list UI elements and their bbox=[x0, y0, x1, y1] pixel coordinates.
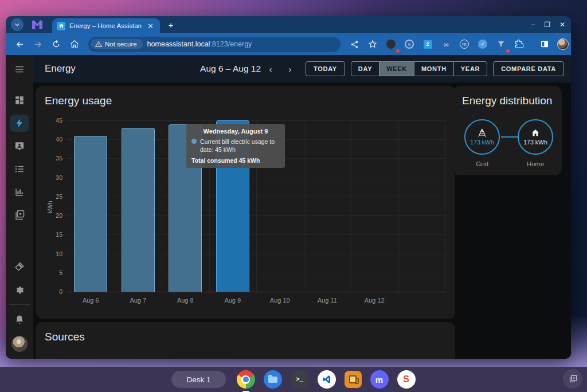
grid-node[interactable]: 173 kWh bbox=[464, 119, 500, 155]
minimize-button[interactable]: – bbox=[531, 21, 535, 29]
tab-close-button[interactable]: ✕ bbox=[146, 22, 155, 30]
hammer-icon bbox=[14, 261, 25, 272]
date-range: Aug 6 – Aug 12 bbox=[200, 64, 261, 74]
mastodon-app-icon[interactable]: m bbox=[370, 370, 389, 389]
screen-capture-button[interactable] bbox=[563, 369, 582, 389]
sidebar-item-map[interactable] bbox=[10, 138, 29, 155]
next-period-button[interactable]: › bbox=[280, 60, 300, 77]
view-year-button[interactable]: YEAR bbox=[453, 62, 487, 76]
sidebar-item-overview[interactable] bbox=[10, 92, 29, 109]
reload-button[interactable] bbox=[48, 36, 64, 52]
desk-button[interactable]: Desk 1 bbox=[171, 371, 225, 388]
x-tick-label: Aug 11 bbox=[318, 297, 337, 304]
chrome-app-icon[interactable] bbox=[237, 370, 255, 389]
forward-arrow-icon bbox=[33, 40, 43, 49]
gridline bbox=[351, 120, 351, 292]
today-button[interactable]: TODAY bbox=[306, 61, 345, 76]
not-secure-label: Not secure bbox=[105, 41, 137, 48]
back-arrow-icon bbox=[15, 40, 25, 49]
gear-icon bbox=[14, 284, 25, 295]
extension-icon[interactable]: m bbox=[456, 36, 472, 52]
gridline bbox=[445, 120, 446, 292]
active-tab[interactable]: Energy – Home Assistant ✕ bbox=[52, 18, 160, 33]
sidebar-item-logbook[interactable] bbox=[10, 160, 29, 178]
extension-2-icon: 2 bbox=[424, 40, 432, 49]
extensions-menu-button[interactable] bbox=[511, 36, 527, 52]
badge-dot bbox=[506, 49, 510, 53]
sidebar-item-settings[interactable] bbox=[10, 281, 29, 298]
sidebar-item-media[interactable] bbox=[10, 206, 29, 224]
extension-icon[interactable]: 2 bbox=[420, 36, 436, 52]
y-tick-label: 20 bbox=[56, 212, 62, 219]
energy-usage-card: Energy usage kWh 051015202530354045 Aug … bbox=[36, 86, 455, 319]
extension-icon[interactable] bbox=[383, 36, 399, 52]
y-tick-label: 35 bbox=[56, 155, 62, 162]
forward-button[interactable] bbox=[30, 36, 46, 52]
pinned-tab-favicon-icon bbox=[32, 20, 42, 29]
badge-dot bbox=[396, 49, 400, 53]
view-day-button[interactable]: DAY bbox=[351, 62, 379, 76]
y-tick-label: 40 bbox=[56, 136, 62, 143]
distribution-diagram: 173 kWh 173 kWh Grid Home bbox=[453, 119, 562, 165]
grid-value: 173 kWh bbox=[470, 139, 494, 146]
pinned-tab[interactable] bbox=[32, 19, 43, 30]
bar[interactable] bbox=[122, 128, 155, 292]
home-label: Home bbox=[518, 160, 553, 167]
extension-icon[interactable]: (a) bbox=[438, 36, 454, 52]
url-suffix: :8123/energy bbox=[210, 40, 252, 48]
share-button[interactable] bbox=[346, 36, 362, 52]
view-segmented: DAYWEEKMONTHYEAR bbox=[351, 61, 487, 76]
tab-search-button[interactable] bbox=[11, 18, 24, 31]
prev-period-button[interactable]: ‹ bbox=[261, 60, 280, 77]
not-secure-chip[interactable]: Not secure bbox=[91, 39, 143, 49]
sidebar-item-developer-tools[interactable] bbox=[10, 258, 29, 275]
url-text: homeassistant.local:8123/energy bbox=[147, 40, 252, 48]
dashboard-icon bbox=[14, 95, 25, 105]
hamburger-icon bbox=[14, 64, 25, 75]
new-tab-button[interactable]: + bbox=[165, 18, 177, 31]
user-avatar[interactable] bbox=[11, 336, 28, 352]
profile-button[interactable] bbox=[555, 36, 571, 52]
back-button[interactable] bbox=[11, 36, 28, 52]
browser-window: Energy – Home Assistant ✕ + – ❐ ✕ Not se… bbox=[6, 16, 571, 359]
bar[interactable] bbox=[74, 136, 107, 292]
address-bar[interactable]: Not secure homeassistant.local:8123/ener… bbox=[88, 37, 341, 52]
view-month-button[interactable]: MONTH bbox=[414, 62, 453, 76]
close-button[interactable]: ✕ bbox=[559, 21, 565, 29]
x-tick-label: Aug 8 bbox=[177, 297, 194, 304]
extension-m-icon: m bbox=[460, 40, 469, 49]
extension-icon[interactable]: ✓ bbox=[475, 36, 491, 52]
chevron-down-icon bbox=[14, 22, 20, 28]
tooltip-title: Wednesday, August 9 bbox=[191, 128, 280, 135]
gridline bbox=[398, 120, 399, 292]
y-tick-label: 30 bbox=[56, 174, 62, 181]
view-week-button[interactable]: WEEK bbox=[379, 62, 414, 76]
y-axis-label: kWh bbox=[46, 201, 53, 213]
sidebar-notifications[interactable] bbox=[10, 311, 29, 328]
ha-sidebar bbox=[6, 55, 33, 359]
terminal-app-icon[interactable]: >_ bbox=[291, 370, 309, 389]
reload-icon bbox=[52, 40, 61, 49]
star-icon bbox=[368, 40, 377, 49]
share-icon bbox=[350, 40, 359, 49]
home-node[interactable]: 173 kWh bbox=[518, 119, 553, 155]
y-tick-label: 0 bbox=[59, 288, 62, 295]
side-panel-button[interactable] bbox=[537, 36, 553, 52]
s-app-icon[interactable]: S bbox=[397, 370, 416, 389]
bookmark-button[interactable] bbox=[365, 36, 381, 52]
vscode-app-icon[interactable] bbox=[318, 370, 336, 389]
extension-icon[interactable] bbox=[493, 36, 509, 52]
y-tick-label: 45 bbox=[56, 117, 62, 124]
sidebar-item-history[interactable] bbox=[10, 183, 29, 201]
home-button[interactable] bbox=[66, 36, 83, 52]
sidebar-menu-button[interactable] bbox=[10, 61, 29, 78]
sidebar-item-energy[interactable] bbox=[10, 115, 29, 132]
beer-app-icon[interactable] bbox=[345, 371, 362, 388]
puzzle-icon bbox=[515, 40, 524, 49]
maximize-button[interactable]: ❐ bbox=[544, 21, 550, 29]
files-app-icon[interactable] bbox=[264, 370, 282, 389]
shelf: Desk 1 >_ m S bbox=[0, 367, 587, 392]
extension-icon[interactable]: e bbox=[401, 36, 417, 52]
chart-tooltip: Wednesday, August 9 Current bill electri… bbox=[186, 124, 285, 168]
compare-data-button[interactable]: COMPARE DATA bbox=[493, 61, 564, 76]
